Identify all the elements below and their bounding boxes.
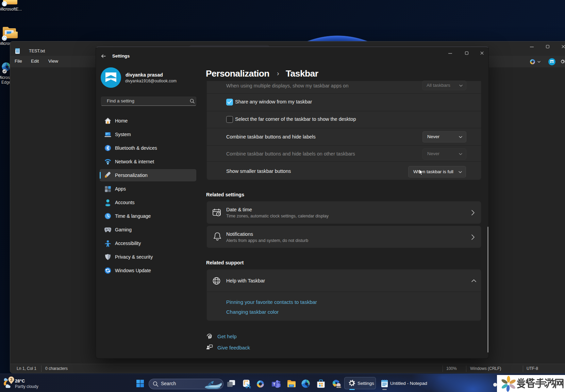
- svg-text:M365: M365: [336, 386, 341, 388]
- svg-text:T: T: [273, 382, 275, 386]
- svg-text:3: 3: [10, 377, 12, 382]
